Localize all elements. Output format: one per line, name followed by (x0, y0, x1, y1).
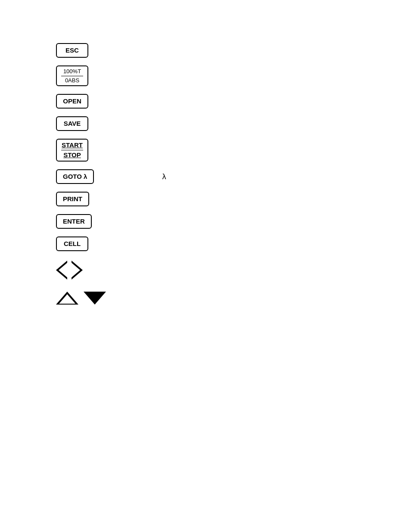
goto-button[interactable]: GOTO λ (56, 169, 94, 184)
enter-button[interactable]: ENTER (56, 214, 92, 229)
save-button[interactable]: SAVE (56, 116, 88, 131)
goto-label: GOTO λ (63, 173, 87, 180)
calibration-button[interactable]: 100%T 0ABS (56, 65, 88, 86)
calibration-bottom-label: 0ABS (61, 76, 83, 84)
esc-label: ESC (65, 47, 79, 54)
open-button[interactable]: OPEN (56, 94, 88, 109)
vertical-arrow-row (56, 292, 106, 305)
esc-button[interactable]: ESC (56, 43, 88, 58)
open-label: OPEN (63, 97, 81, 105)
right-arrow-icon[interactable] (72, 261, 83, 280)
enter-label: ENTER (63, 218, 85, 225)
cell-button[interactable]: CELL (56, 236, 88, 251)
start-label: START (62, 141, 83, 149)
goto-row: GOTO λ λ (56, 169, 166, 184)
cell-label: CELL (64, 240, 81, 248)
horizontal-arrow-row (56, 261, 83, 280)
start-stop-button[interactable]: START STOP (56, 139, 88, 162)
lambda-annotation: λ (162, 172, 166, 181)
left-arrow-icon[interactable] (56, 261, 67, 280)
calibration-top-label: 100%T (63, 68, 81, 75)
print-label: PRINT (63, 195, 82, 203)
down-arrow-icon[interactable] (84, 292, 106, 305)
print-button[interactable]: PRINT (56, 192, 89, 206)
button-panel: ESC 100%T 0ABS OPEN SAVE START STOP GOTO… (56, 43, 166, 305)
stop-label: STOP (61, 150, 83, 159)
up-arrow-icon[interactable] (56, 292, 78, 305)
save-label: SAVE (64, 120, 81, 128)
